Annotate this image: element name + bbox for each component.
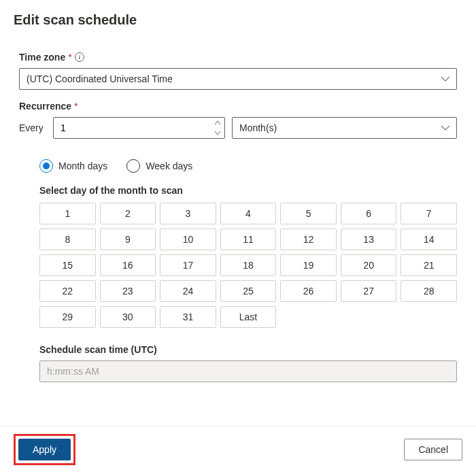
day-cell-6[interactable]: 6 bbox=[341, 203, 397, 224]
day-cell-last[interactable]: Last bbox=[220, 306, 277, 328]
every-label: Every bbox=[19, 122, 46, 133]
radio-week-days[interactable]: Week days bbox=[126, 159, 192, 173]
recurrence-label-text: Recurrence bbox=[19, 101, 71, 112]
day-cell-2[interactable]: 2 bbox=[100, 203, 156, 224]
radio-month-days-label: Month days bbox=[58, 161, 107, 171]
day-cell-5[interactable]: 5 bbox=[280, 203, 337, 224]
timezone-label: Time zone * i bbox=[19, 52, 457, 63]
day-cell-27[interactable]: 27 bbox=[341, 280, 397, 302]
required-asterisk: * bbox=[74, 101, 78, 112]
day-cell-14[interactable]: 14 bbox=[401, 229, 457, 250]
day-cell-9[interactable]: 9 bbox=[100, 229, 156, 250]
info-icon[interactable]: i bbox=[75, 52, 84, 62]
day-cell-23[interactable]: 23 bbox=[100, 280, 156, 302]
form-scroll-area[interactable]: Time zone * i (UTC) Coordinated Universa… bbox=[0, 41, 476, 426]
day-cell-7[interactable]: 7 bbox=[401, 203, 457, 224]
day-cell-22[interactable]: 22 bbox=[39, 280, 96, 302]
unit-value: Month(s) bbox=[232, 117, 457, 139]
day-cell-20[interactable]: 20 bbox=[341, 254, 397, 276]
day-cell-26[interactable]: 26 bbox=[280, 280, 337, 302]
day-cell-29[interactable]: 29 bbox=[39, 306, 96, 328]
footer: Apply Cancel bbox=[0, 426, 476, 472]
radio-circle-icon bbox=[39, 159, 53, 173]
timezone-value: (UTC) Coordinated Universal Time bbox=[19, 68, 457, 90]
cancel-button[interactable]: Cancel bbox=[404, 439, 462, 460]
every-number-wrap bbox=[53, 117, 225, 139]
recurrence-row: Every Month(s) bbox=[19, 117, 457, 139]
day-cell-25[interactable]: 25 bbox=[220, 280, 277, 302]
select-day-heading: Select day of the month to scan bbox=[39, 185, 457, 196]
day-cell-3[interactable]: 3 bbox=[160, 203, 216, 224]
spinner-up[interactable] bbox=[211, 118, 224, 128]
day-cell-8[interactable]: 8 bbox=[39, 229, 96, 250]
radio-week-days-label: Week days bbox=[146, 161, 192, 171]
apply-highlight: Apply bbox=[14, 434, 75, 465]
timezone-select[interactable]: (UTC) Coordinated Universal Time bbox=[19, 68, 457, 90]
scan-time-input[interactable] bbox=[39, 360, 457, 382]
day-cell-15[interactable]: 15 bbox=[39, 254, 96, 276]
day-cell-13[interactable]: 13 bbox=[341, 229, 397, 250]
day-cell-30[interactable]: 30 bbox=[100, 306, 156, 328]
required-asterisk: * bbox=[68, 52, 71, 63]
day-cell-10[interactable]: 10 bbox=[160, 229, 216, 250]
day-cell-1[interactable]: 1 bbox=[39, 203, 96, 224]
timezone-label-text: Time zone bbox=[19, 52, 65, 63]
unit-select[interactable]: Month(s) bbox=[232, 117, 457, 139]
day-grid: 1234567891011121314151617181920212223242… bbox=[39, 203, 457, 328]
day-cell-19[interactable]: 19 bbox=[280, 254, 337, 276]
day-cell-16[interactable]: 16 bbox=[100, 254, 156, 276]
radio-dot-icon bbox=[43, 163, 50, 169]
day-cell-12[interactable]: 12 bbox=[280, 229, 337, 250]
radio-circle-icon bbox=[126, 159, 140, 173]
spinner-buttons bbox=[211, 118, 224, 138]
caret-down-icon bbox=[215, 131, 220, 135]
recurrence-label: Recurrence * bbox=[19, 101, 457, 112]
every-input[interactable] bbox=[53, 117, 225, 139]
day-cell-18[interactable]: 18 bbox=[220, 254, 277, 276]
spinner-down[interactable] bbox=[211, 128, 224, 138]
day-cell-24[interactable]: 24 bbox=[160, 280, 216, 302]
day-cell-17[interactable]: 17 bbox=[160, 254, 216, 276]
scan-time-label: Schedule scan time (UTC) bbox=[39, 344, 457, 355]
day-cell-31[interactable]: 31 bbox=[160, 306, 216, 328]
apply-button[interactable]: Apply bbox=[18, 439, 71, 460]
day-cell-21[interactable]: 21 bbox=[401, 254, 457, 276]
day-cell-11[interactable]: 11 bbox=[220, 229, 277, 250]
day-type-radio-group: Month days Week days bbox=[39, 159, 457, 173]
page-title: Edit scan schedule bbox=[0, 0, 476, 35]
day-cell-28[interactable]: 28 bbox=[401, 280, 457, 302]
radio-month-days[interactable]: Month days bbox=[39, 159, 107, 173]
caret-up-icon bbox=[215, 121, 220, 124]
day-cell-4[interactable]: 4 bbox=[220, 203, 277, 224]
